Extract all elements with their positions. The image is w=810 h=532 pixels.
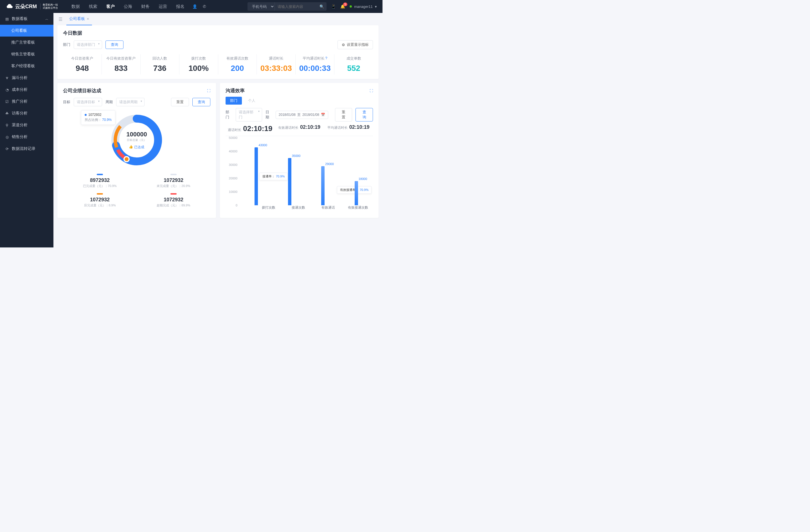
sidebar-item[interactable]: 公司看板 — [0, 25, 53, 36]
sidebar-item-icon: ☑ — [5, 100, 9, 104]
dept-select[interactable]: 请选择部门 — [74, 40, 102, 49]
sidebar-item[interactable]: 销售主管看板 — [0, 48, 53, 60]
kpi: 平均通话时长 ?00:00:33 — [296, 54, 335, 74]
segment-control: 部门 个人 — [226, 97, 373, 105]
search-type-select[interactable]: 手机号码 — [247, 2, 275, 11]
bar-slot: 43000 — [240, 138, 273, 205]
expand-icon[interactable]: ⛶ — [370, 89, 373, 93]
nav-item[interactable]: 客户 — [106, 4, 115, 9]
ytick: 0 — [236, 203, 237, 207]
kpi: 有效通话次数200 — [218, 54, 257, 74]
sidebar-item-icon: ⛛ — [5, 76, 9, 80]
dept-label: 部门 — [63, 42, 70, 47]
notif-badge: 5 — [343, 2, 347, 6]
ytick: 40000 — [229, 150, 237, 153]
dashboard-icon: ▤ — [5, 17, 9, 21]
sidebar-group-label: 数据看板 — [12, 16, 28, 21]
period-label: 周期 — [106, 100, 113, 105]
nav-item[interactable]: 报名 — [176, 4, 184, 9]
sidebar-item[interactable]: ◔成本分析 — [0, 84, 53, 96]
brand-logo: 云朵CRM 教育机构一站式服务云平台 — [6, 3, 58, 10]
bar: 43000 — [255, 147, 258, 205]
app-header: 云朵CRM 教育机构一站式服务云平台 数据线索客户公海财务运营报名 👤 ✆ 手机… — [0, 0, 383, 13]
query-button[interactable]: 查询 — [192, 98, 210, 106]
summary-metric: 有效通话时长02:10:19 — [275, 124, 324, 133]
goal-title: 公司业绩目标达成 — [63, 87, 101, 94]
sidebar-item[interactable]: ◎销售分析 — [0, 131, 53, 143]
sidebar-item[interactable]: ☑推广分析 — [0, 96, 53, 107]
goal-card: 公司业绩目标达成 ⛶ 目标 请选择目标 周期 请选择周期 重置 查询 10729… — [58, 83, 216, 218]
sidebar-item[interactable]: ⟳数据流转记录 — [0, 143, 53, 155]
tab-company-board[interactable]: 公司看板 ✕ — [66, 13, 92, 25]
bar: 35000 — [288, 158, 291, 205]
bar-slot: 29000 — [306, 138, 340, 205]
nav-item[interactable]: 运营 — [159, 4, 167, 9]
today-title: 今日数据 — [63, 30, 373, 36]
today-card: 今日数据 部门 请选择部门 查询 ⚙ 设置显示指标 今日首咨客户948今日有效首… — [58, 25, 378, 79]
tab-label: 公司看板 — [69, 16, 85, 21]
summary-metric: 通话时长02:10:19 — [226, 124, 275, 133]
bar-slot: 35000 — [273, 138, 307, 205]
help-icon[interactable]: ? — [325, 56, 327, 61]
thumbsup-icon: 👍 — [129, 145, 133, 150]
kpi: 成交单数552 — [335, 54, 373, 74]
target-label: 目标 — [63, 100, 70, 105]
phone-icon[interactable]: ✆ — [203, 4, 206, 9]
ytick: 10000 — [229, 190, 237, 194]
date-label: 日期 — [265, 110, 272, 120]
notifications-bell[interactable]: 🔔5 — [340, 4, 345, 9]
efficiency-card: 沟通效率 ⛶ 部门 个人 部门 请选择部门 日期 2018/01/08 至 20… — [220, 83, 378, 218]
menu-toggle-icon[interactable]: ☰ — [59, 17, 62, 22]
donut-chart: 1072932 所占比例：70.9% 100000 目标总量（元） 👍已达成 — [63, 106, 210, 174]
period-select[interactable]: 请选择周期 — [116, 98, 145, 106]
chart-tooltip: 1072932 所占比例：70.9% — [81, 110, 115, 125]
sidebar-item-icon: ⚲ — [5, 123, 9, 127]
kpi: 回访人数736 — [141, 54, 179, 74]
chevron-up-icon: ︿ — [45, 17, 48, 21]
global-search: 手机号码 🔍 — [247, 2, 326, 11]
sidebar-item[interactable]: 客户经理看板 — [0, 60, 53, 72]
sidebar-item[interactable]: ⛛漏斗分析 — [0, 72, 53, 84]
summary-metric: 平均通话时长02:10:19 — [324, 124, 373, 133]
date-range-picker[interactable]: 2018/01/08 至 2018/01/08 📅 — [276, 111, 328, 119]
reset-button[interactable]: 重置 — [171, 98, 189, 106]
user-menu[interactable]: manager11 ▾ — [350, 4, 377, 9]
bar-chart: 01000020000300004000050000 接通率：70.9% 有效接… — [226, 136, 373, 213]
expand-icon[interactable]: ⛶ — [207, 89, 210, 93]
search-button[interactable]: 🔍 — [317, 2, 326, 11]
seg-dept[interactable]: 部门 — [226, 97, 242, 105]
kpi: 通话时长03:33:03 — [257, 54, 296, 74]
reset-button[interactable]: 重置 — [335, 108, 352, 121]
sidebar-item[interactable]: 推广主管看板 — [0, 36, 53, 48]
nav-item[interactable]: 线索 — [89, 4, 97, 9]
legend-item: 1072932超额完成（元）|89.9% — [137, 193, 210, 207]
mobile-icon[interactable]: 📱 — [331, 4, 336, 9]
person-add-icon[interactable]: 👤 — [192, 4, 197, 9]
bar: 29000 — [321, 166, 325, 205]
ytick: 30000 — [229, 163, 237, 166]
legend-item: 1072932未完成量（元）|20.9% — [137, 174, 210, 188]
xtick: 有效接通次数 — [343, 205, 373, 210]
kpi: 今日有效首咨客户833 — [102, 54, 141, 74]
calendar-icon: 📅 — [321, 113, 325, 117]
target-select[interactable]: 请选择目标 — [74, 98, 102, 106]
dept-select[interactable]: 请选择部门 — [236, 108, 262, 121]
seg-person[interactable]: 个人 — [244, 97, 260, 105]
search-input[interactable] — [275, 2, 317, 11]
legend-item: 1072932应完成量（元）|8.9% — [63, 193, 137, 207]
tab-close-icon[interactable]: ✕ — [87, 17, 89, 21]
tooltip-dot-icon — [85, 114, 87, 116]
nav-item[interactable]: 数据 — [71, 4, 80, 9]
bar: 18000 — [355, 181, 358, 205]
nav-item[interactable]: 财务 — [141, 4, 150, 9]
sidebar-item[interactable]: ☘访客分析 — [0, 107, 53, 119]
query-button[interactable]: 查询 — [106, 40, 124, 49]
gear-icon: ⚙ — [342, 43, 345, 47]
sidebar-item[interactable]: ⚲渠道分析 — [0, 119, 53, 131]
settings-button[interactable]: ⚙ 设置显示指标 — [338, 40, 373, 49]
sidebar-item-icon: ☘ — [5, 111, 9, 116]
sidebar-group-dashboard[interactable]: ▤ 数据看板 ︿ — [0, 13, 53, 25]
nav-item[interactable]: 公海 — [124, 4, 132, 9]
xtick: 拨打次数 — [254, 205, 284, 210]
query-button[interactable]: 查询 — [356, 108, 373, 121]
